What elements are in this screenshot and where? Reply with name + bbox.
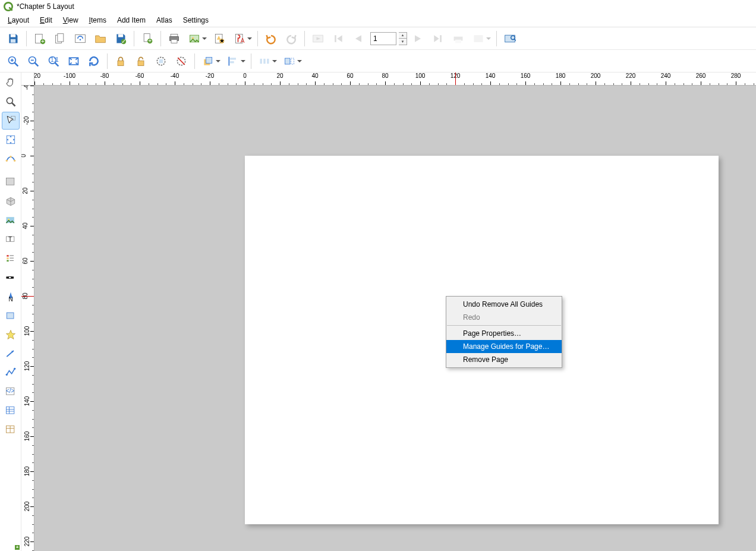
add-north-arrow-tool[interactable]: N	[2, 288, 20, 306]
ruler-horizontal[interactable]: -120-100-80-60-40-2002040608010012014016…	[34, 73, 756, 86]
menu-settings[interactable]: Settings	[178, 14, 214, 26]
move-content-tool[interactable]	[2, 131, 20, 149]
zoom-in-button[interactable]	[4, 52, 23, 71]
unlock-items-button[interactable]	[131, 52, 150, 71]
atlas-page-spinner[interactable]: ▲▼	[399, 32, 407, 45]
svg-rect-13	[144, 33, 150, 41]
ungroup-button[interactable]	[172, 52, 191, 71]
add-html-tool[interactable]: </>	[2, 383, 20, 401]
menu-atlas[interactable]: Atlas	[151, 14, 178, 26]
add-fixed-table-tool[interactable]	[2, 421, 20, 439]
svg-point-73	[14, 160, 15, 162]
zoom-out-button[interactable]	[24, 52, 43, 71]
svg-rect-63	[260, 58, 262, 63]
zoom-full-button[interactable]	[64, 52, 83, 71]
svg-rect-61	[230, 58, 236, 59]
title-bar: *Chapter 5 Layout	[0, 0, 756, 13]
menu-view[interactable]: View	[58, 14, 84, 26]
open-template-button[interactable]	[91, 29, 110, 48]
atlas-last-button[interactable]	[429, 29, 448, 48]
toolbar-actions: 1:1	[0, 50, 756, 73]
export-pdf-button[interactable]: A	[230, 29, 249, 48]
svg-rect-59	[206, 57, 212, 63]
context-redo: Redo	[446, 311, 562, 324]
add-picture-tool[interactable]	[2, 212, 20, 229]
add-node-item-tool[interactable]	[2, 364, 20, 382]
refresh-button[interactable]	[84, 52, 103, 71]
add-pages-button[interactable]: +	[138, 29, 157, 48]
svg-marker-22	[217, 36, 221, 40]
add-arrow-tool[interactable]	[2, 345, 20, 363]
svg-rect-81	[7, 257, 8, 259]
menu-layout[interactable]: Layout	[2, 14, 34, 26]
raise-button[interactable]	[199, 52, 218, 71]
ruler-vertical[interactable]: -40-20020406080100120140160180200220	[21, 86, 34, 551]
svg-rect-8	[75, 34, 86, 42]
redo-button[interactable]	[282, 29, 301, 48]
group-button[interactable]	[152, 52, 171, 71]
atlas-print-button[interactable]	[449, 29, 468, 48]
svg-rect-25	[235, 34, 242, 43]
save-button[interactable]	[4, 29, 23, 48]
add-label-tool[interactable]: T	[2, 231, 20, 248]
svg-rect-70	[11, 117, 15, 121]
add-shape-tool[interactable]	[2, 307, 20, 325]
atlas-next-button[interactable]	[408, 29, 427, 48]
atlas-preview-button[interactable]	[308, 29, 327, 48]
context-manage-guides[interactable]: Manage Guides for Page…	[446, 340, 562, 353]
add-legend-tool[interactable]	[2, 250, 20, 267]
svg-text:+: +	[41, 37, 45, 44]
svg-rect-17	[170, 36, 179, 40]
svg-point-45	[29, 56, 36, 64]
page-context-menu: Undo Remove All Guides Redo Page Propert…	[446, 296, 562, 368]
atlas-settings-button[interactable]	[500, 29, 519, 48]
menu-edit[interactable]: Edit	[34, 14, 58, 26]
new-layout-button[interactable]: +	[30, 29, 49, 48]
context-remove-page[interactable]: Remove Page	[446, 353, 562, 366]
export-svg-button[interactable]: ★	[210, 29, 229, 48]
toolbox: T N </>	[0, 73, 21, 551]
add-marker-tool[interactable]	[2, 326, 20, 344]
svg-rect-90	[7, 313, 14, 319]
pan-tool[interactable]	[2, 74, 20, 92]
edit-nodes-tool[interactable]	[2, 150, 20, 168]
svg-rect-100	[6, 426, 14, 433]
layout-canvas[interactable]	[34, 86, 756, 551]
zoom-tool[interactable]	[2, 93, 20, 111]
svg-line-40	[514, 39, 516, 40]
lock-items-button[interactable]	[111, 52, 130, 71]
menu-items[interactable]: Items	[84, 14, 112, 26]
svg-point-68	[7, 97, 12, 103]
svg-rect-10	[118, 34, 123, 37]
svg-text:★: ★	[219, 37, 225, 43]
print-button[interactable]	[165, 29, 184, 48]
select-tool[interactable]	[2, 112, 20, 130]
save-template-button[interactable]: ✓	[111, 29, 130, 48]
undo-button[interactable]	[262, 29, 281, 48]
svg-rect-18	[171, 39, 177, 43]
export-image-button[interactable]	[185, 29, 204, 48]
atlas-first-button[interactable]	[329, 29, 348, 48]
layout-manager-button[interactable]	[71, 29, 90, 48]
context-page-properties[interactable]: Page Properties…	[446, 327, 562, 340]
svg-rect-87	[8, 276, 11, 278]
add-scalebar-tool[interactable]	[2, 269, 20, 286]
atlas-page-input[interactable]	[370, 32, 396, 45]
distribute-button[interactable]	[255, 52, 274, 71]
duplicate-layout-button[interactable]	[51, 29, 70, 48]
svg-line-42	[15, 62, 18, 66]
add-map-tool[interactable]	[2, 174, 20, 191]
menu-add-item[interactable]: Add Item	[112, 14, 151, 26]
align-left-button[interactable]	[223, 52, 242, 71]
atlas-export-button[interactable]	[469, 29, 488, 48]
zoom-actual-button[interactable]: 1:1	[44, 52, 63, 71]
svg-point-20	[192, 37, 194, 39]
add-3dmap-tool[interactable]	[2, 193, 20, 210]
context-undo[interactable]: Undo Remove All Guides	[446, 298, 562, 311]
resize-button[interactable]	[280, 52, 299, 71]
atlas-prev-button[interactable]	[349, 29, 368, 48]
svg-rect-3	[36, 34, 43, 43]
add-attribute-table-tool[interactable]	[2, 402, 20, 420]
window-title: *Chapter 5 Layout	[17, 2, 74, 11]
svg-rect-78	[6, 237, 14, 241]
